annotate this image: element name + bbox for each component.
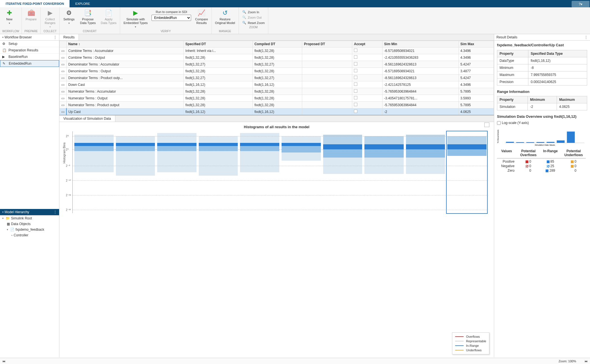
svg-text:% Occurrences: % Occurrences	[497, 130, 499, 143]
model-hierarchy-tree: ▾📁 Simulink Root ▦ Data Objects ▾📄 fxpde…	[0, 215, 59, 358]
col-sim-min[interactable]: Sim Min	[382, 41, 459, 47]
workflow-item-embeddedrun[interactable]: ✎EmbeddedRun	[0, 60, 59, 67]
accept-checkbox[interactable]	[354, 96, 357, 99]
settings-button[interactable]: ⚙ Settings ▾	[62, 8, 76, 25]
run-select[interactable]: EmbeddedRun	[152, 15, 191, 21]
new-button[interactable]: ✚ New ▾	[2, 8, 16, 25]
col-compiled-dt[interactable]: Compiled DT	[252, 41, 302, 47]
prepare-icon: 🧰	[27, 9, 35, 17]
workflow-list: ⚙Setup📋Preparation Results▶BaselineRun✎E…	[0, 41, 59, 67]
workflow-item-setup[interactable]: ⚙Setup	[0, 41, 59, 47]
accept-checkbox[interactable]	[354, 49, 357, 52]
accept-checkbox[interactable]	[354, 62, 357, 66]
workflow-item-preparation-results[interactable]: 📋Preparation Results	[0, 47, 59, 54]
model-menu-icon[interactable]: ⋮	[53, 210, 57, 214]
accept-checkbox[interactable]	[354, 76, 357, 79]
workflow-item-baselinerun[interactable]: ▶BaselineRun	[0, 54, 59, 60]
compare-button[interactable]: 📈 Compare Results	[194, 8, 209, 25]
collect-icon: ▶	[46, 9, 54, 17]
accept-checkbox[interactable]	[354, 82, 357, 86]
convert-group-label: CONVERT	[62, 29, 118, 33]
workflow-item-icon: 📋	[2, 48, 7, 52]
table-row[interactable]: ▭ Combine Terms : Accumulator Inherit: I…	[60, 47, 494, 54]
play-icon: ▶	[132, 9, 140, 17]
workflow-item-icon: ⚙	[2, 42, 7, 46]
accept-checkbox[interactable]	[354, 103, 357, 106]
table-row[interactable]: ▭ Down Cast fixdt(1,16,12)fixdt(1,16,12)…	[60, 81, 494, 88]
workflow-menu-icon[interactable]: ⋮	[53, 35, 57, 39]
table-row[interactable]: ▭ Numerator Terms : Product output fixdt…	[60, 102, 494, 108]
tree-root[interactable]: ▾📁 Simulink Root	[0, 215, 59, 221]
hist-column[interactable]	[198, 131, 239, 213]
table-row[interactable]: ▭ Up Cast fixdt(1,16,12)fixdt(1,16,12) -…	[60, 108, 494, 115]
zoom-in-button[interactable]: 🔍Zoom In	[241, 10, 266, 14]
row-icon: ▭	[60, 102, 67, 108]
hist-column[interactable]	[447, 131, 487, 213]
table-row[interactable]: ▭ Denominator Terms : Output fixdt(1,32,…	[60, 68, 494, 75]
svg-text:Simulation Data Values: Simulation Data Values	[535, 144, 555, 146]
model-hierarchy-header: ▾Model Hierarchy ⋮	[0, 209, 59, 215]
prepare-group-label: PREPARE	[24, 29, 38, 33]
tree-data-objects[interactable]: ▦ Data Objects	[0, 221, 59, 227]
hist-column[interactable]	[74, 131, 114, 213]
collect-group-label: COLLECT	[43, 29, 57, 33]
tab-iterative[interactable]: ITERATIVE FIXED-POINT CONVERSION	[0, 0, 70, 7]
table-row[interactable]: ▭ Numerator Terms : Accumulator fixdt(1,…	[60, 88, 494, 95]
details-menu-icon[interactable]: ⋮	[584, 35, 588, 39]
property-row: Minimum-8	[497, 64, 587, 71]
values-legend-table: ValuesPotential OverflowsIn-RangePotenti…	[497, 149, 587, 173]
table-row[interactable]: ▭ Numerator Terms : Output fixdt(1,32,28…	[60, 95, 494, 102]
detail-path: fxpdemo_feedback/Controller/Up Cast	[497, 43, 587, 47]
results-tabbar: Results	[59, 34, 494, 41]
restore-button[interactable]: ↺ Restore Original Model	[214, 8, 236, 25]
accept-checkbox[interactable]	[354, 69, 357, 72]
logscale-checkbox[interactable]: Log-scale (Y-axis)	[497, 121, 587, 125]
svg-rect-6	[557, 140, 565, 143]
hist-column[interactable]	[115, 131, 156, 213]
legend-toggle-button[interactable]	[484, 123, 489, 127]
tree-controller[interactable]: ▫ Controller	[0, 232, 59, 238]
zoom-out-button: 🔍Zoom Out	[241, 15, 266, 20]
col-proposed-dt[interactable]: Proposed DT	[302, 41, 352, 47]
col-accept[interactable]: Accept	[352, 41, 382, 47]
hist-column[interactable]	[364, 131, 404, 213]
compare-icon: 📈	[198, 9, 206, 17]
table-row[interactable]: ▭ Denominator Terms : Accumulator fixdt(…	[60, 61, 494, 68]
table-row[interactable]: ▭ Combine Terms : Output fixdt(1,32,28)f…	[60, 54, 494, 61]
workflow-browser-header: ▾Workflow Browser ⋮	[0, 34, 59, 41]
viz-tab[interactable]: Visualization of Simulation Data	[59, 115, 115, 122]
simulate-button[interactable]: ▶ Simulate with Embedded Types ▾	[122, 8, 149, 29]
col-sim-max[interactable]: Sim Max	[459, 41, 494, 47]
hist-column[interactable]	[323, 131, 363, 213]
range-table: PropertyMinimumMaximum Simulation-24.062…	[497, 96, 587, 110]
apply-icon: 📄	[105, 9, 113, 17]
svg-rect-2	[516, 142, 524, 143]
propose-button[interactable]: 📑 Propose Data Types	[79, 8, 97, 25]
reset-zoom-button[interactable]: 🔍Reset Zoom	[241, 20, 266, 25]
tab-explore[interactable]: EXPLORE	[70, 0, 96, 7]
accept-checkbox[interactable]	[354, 89, 357, 93]
hist-ylabel: Histogram Bins	[62, 142, 66, 164]
help-button[interactable]: ? ▾	[572, 1, 589, 7]
row-icon: ▭	[60, 88, 67, 95]
table-row[interactable]: ▭ Denominator Terms : Product outp... fi…	[60, 75, 494, 81]
results-tab[interactable]: Results	[59, 34, 79, 40]
hist-column[interactable]	[281, 131, 321, 213]
row-icon: ▭	[60, 108, 67, 115]
svg-rect-7	[567, 132, 575, 143]
overview-title: Simulation Data Overview using fixdt(1,1…	[497, 114, 587, 119]
hist-column[interactable]	[405, 131, 446, 213]
svg-rect-1	[506, 142, 514, 143]
viz-legend: Overflows Representable In-Range Underfl…	[452, 332, 489, 354]
hist-column[interactable]	[157, 131, 197, 213]
run-label: Run to compare in SDI	[156, 10, 187, 14]
prepare-button: 🧰 Prepare	[24, 8, 38, 22]
reset-zoom-icon: 🔍	[242, 21, 246, 25]
tree-model[interactable]: ▾📄 fxpdemo_feedback	[0, 227, 59, 232]
svg-rect-5	[546, 142, 554, 143]
col-name[interactable]: Name ↕	[66, 41, 183, 47]
accept-checkbox[interactable]	[354, 110, 357, 113]
hist-column[interactable]	[239, 131, 280, 213]
col-specified-dt[interactable]: Specified DT	[183, 41, 252, 47]
accept-checkbox[interactable]	[354, 55, 357, 59]
